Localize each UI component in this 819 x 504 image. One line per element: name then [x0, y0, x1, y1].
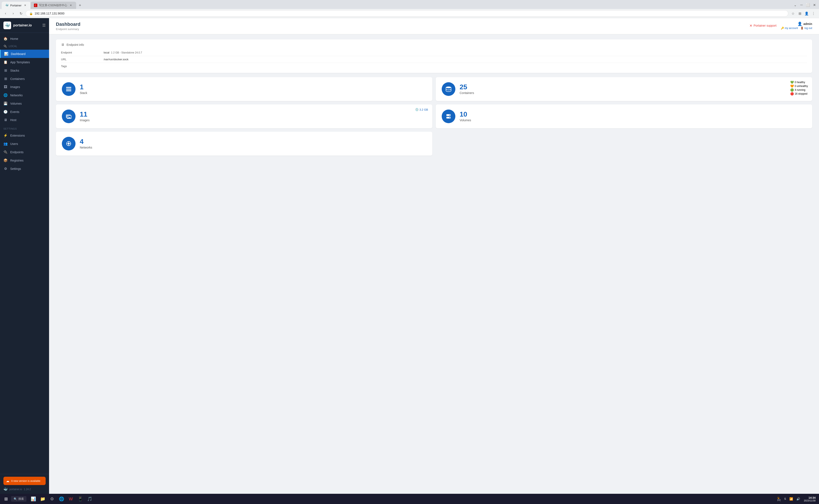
stat-card-images[interactable]: 11 Images 💿 3.2 GB: [56, 104, 432, 128]
taskbar-app-red[interactable]: 🎵: [85, 495, 94, 503]
url-bar[interactable]: 🔒 192.168.117.131:9000: [26, 10, 788, 17]
users-icon: 👥: [3, 142, 8, 146]
version-label: portainer.io: [9, 488, 22, 491]
log-out-link[interactable]: 🚪 log out: [800, 27, 812, 30]
main-header: Dashboard Endpoint summary ✕ Portainer s…: [49, 18, 819, 34]
chevron-down-icon[interactable]: ⌄: [792, 2, 798, 8]
tab-csdn[interactable]: C 写文章-CSDN创作中心 ✕: [30, 2, 76, 9]
support-icon: ✕: [750, 24, 752, 28]
temp-label: 3°C: [777, 499, 781, 501]
portainer-logo-icon: 🐳: [3, 22, 11, 29]
sidebar-item-host[interactable]: 🖥 Host: [0, 116, 49, 124]
start-button[interactable]: ⊞: [2, 495, 10, 503]
tray-time-value: 14:34: [804, 496, 816, 499]
taskbar-app-w[interactable]: W: [66, 495, 75, 503]
sidebar-item-dashboard[interactable]: 📊 Dashboard: [0, 50, 49, 58]
back-button[interactable]: ‹: [3, 10, 9, 16]
close-button[interactable]: ✕: [811, 2, 817, 8]
maximize-button[interactable]: ⬜: [805, 2, 811, 8]
tray-ime[interactable]: S: [783, 497, 787, 501]
menu-icon[interactable]: ⋮: [810, 10, 816, 16]
extensions-icon[interactable]: ⊞: [797, 10, 803, 16]
images-count: 11: [80, 111, 426, 118]
taskbar-app-chrome[interactable]: 🌐: [57, 495, 66, 503]
new-tab-button[interactable]: +: [77, 2, 83, 8]
sidebar-item-settings[interactable]: ⚙ Settings: [0, 165, 49, 173]
endpoint-field-label: Endpoint: [61, 51, 104, 54]
user-name[interactable]: 👤 admin: [797, 22, 812, 26]
sidebar-item-images-label: Images: [10, 85, 20, 89]
update-banner[interactable]: ☁ A new version is available: [3, 477, 46, 485]
my-account-link[interactable]: 🔑 my account: [781, 27, 798, 30]
sidebar-menu-icon[interactable]: ☰: [42, 23, 46, 28]
taskbar-app-settings[interactable]: ⚙: [48, 495, 56, 503]
sidebar-item-home-label: Home: [10, 37, 18, 40]
bookmark-icon[interactable]: ☆: [790, 10, 796, 16]
taskbar-app-folder[interactable]: 📁: [38, 495, 47, 503]
support-label: Portainer support: [754, 24, 776, 27]
sidebar-item-volumes[interactable]: 💾 Volumes: [0, 99, 49, 108]
profile-icon[interactable]: 👤: [804, 10, 810, 16]
networks-stat-icon: [62, 137, 75, 150]
tray-volume[interactable]: 🔊: [795, 496, 801, 501]
url-field-label: URL: [61, 58, 104, 61]
minimize-button[interactable]: ─: [799, 2, 805, 8]
stat-card-containers[interactable]: 25 Containers 💚 0 healthy 🧡 0 unhealthy: [436, 77, 812, 101]
sidebar-item-stacks[interactable]: ⊞ Stacks: [0, 66, 49, 75]
stacks-stat-info: 1 Stack: [80, 84, 426, 95]
tray-temp: 🌤 3°C: [776, 496, 782, 502]
portainer-support-link[interactable]: ✕ Portainer support: [750, 24, 776, 28]
running-stat: 🟢 4 running: [790, 88, 808, 92]
sidebar-item-endpoints[interactable]: 🔌 Endpoints: [0, 148, 49, 156]
sidebar-item-app-templates[interactable]: 📋 App Templates: [0, 58, 49, 66]
running-count: 4 running: [795, 88, 805, 91]
endpoint-row-tags: Tags: [61, 63, 807, 69]
main-body: 🖥 Endpoint info Endpoint local 1 2 GB - …: [49, 34, 819, 494]
logo-text: portainer.io: [13, 23, 32, 27]
search-placeholder: 搜索: [18, 497, 24, 501]
taskbar-app-orange[interactable]: 📱: [76, 495, 84, 503]
tray-time[interactable]: 14:34 2023/11/30: [802, 495, 817, 503]
sidebar-item-home[interactable]: 🏠 Home: [0, 35, 49, 43]
taskbar-app-city[interactable]: 📊: [29, 495, 38, 503]
version-number: 1.24.2: [24, 488, 31, 491]
user-links: 🔑 my account 🚪 log out: [781, 27, 812, 30]
log-out-label: log out: [805, 27, 812, 30]
csdn-favicon: C: [34, 4, 37, 7]
sidebar-item-host-label: Host: [10, 118, 16, 122]
tab-portainer-close[interactable]: ✕: [23, 3, 27, 7]
sidebar-item-networks-label: Networks: [10, 94, 23, 97]
user-name-label: admin: [803, 22, 812, 26]
endpoint-info-label: Endpoint info: [66, 43, 84, 46]
images-label: Images: [80, 118, 426, 122]
sidebar-item-registries-label: Registries: [10, 159, 23, 162]
sidebar-item-registries[interactable]: 📦 Registries: [0, 156, 49, 165]
sidebar-item-extensions[interactable]: ⚡ Extensions: [0, 131, 49, 140]
svg-rect-0: [66, 87, 71, 88]
stat-card-networks[interactable]: 4 Networks: [56, 132, 432, 156]
address-bar: ‹ › ↻ 🔒 192.168.117.131:9000 ☆ ⊞ 👤 ⋮: [0, 9, 819, 18]
images-icon: 🖼: [3, 85, 8, 89]
stopped-stat: 🔴 16 stopped: [790, 92, 808, 95]
containers-stat-icon: [442, 82, 455, 96]
tray-date-value: 2023/11/30: [804, 499, 816, 502]
sidebar-item-events[interactable]: 🕐 Events: [0, 108, 49, 116]
forward-button[interactable]: ›: [10, 10, 16, 16]
tab-csdn-close[interactable]: ✕: [69, 3, 73, 7]
svg-point-3: [446, 87, 451, 88]
sidebar-logo: 🐳 portainer.io ☰: [0, 18, 49, 33]
endpoint-row-url: URL /var/run/docker.sock: [61, 56, 807, 63]
stat-card-volumes[interactable]: 10 Volumes: [436, 104, 812, 128]
sidebar-item-images[interactable]: 🖼 Images: [0, 83, 49, 91]
containers-label: Containers: [460, 91, 806, 95]
sidebar-item-users[interactable]: 👥 Users: [0, 140, 49, 148]
taskbar-search[interactable]: 🔍 搜索: [11, 496, 26, 502]
sidebar-item-networks[interactable]: 🌐 Networks: [0, 91, 49, 99]
tab-portainer[interactable]: 🐳 Portainer ✕: [2, 2, 30, 9]
sidebar-item-containers[interactable]: ⊞ Containers: [0, 75, 49, 83]
stat-card-stacks[interactable]: 1 Stack: [56, 77, 432, 101]
reload-button[interactable]: ↻: [18, 10, 24, 16]
extensions-nav-icon: ⚡: [3, 133, 8, 137]
tray-network[interactable]: 📶: [788, 496, 794, 501]
header-actions: ✕ Portainer support 👤 admin 🔑 my account: [750, 22, 812, 30]
